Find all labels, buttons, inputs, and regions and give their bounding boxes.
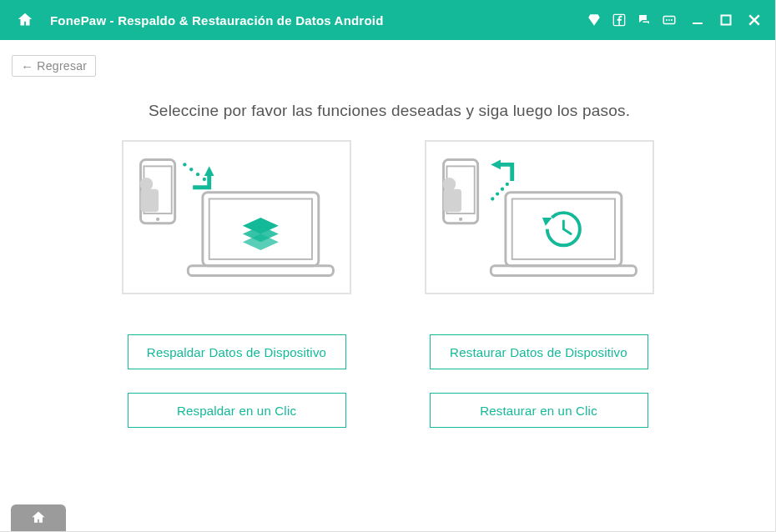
back-label: Regresar xyxy=(37,59,87,73)
svg-rect-5 xyxy=(693,23,703,24)
restore-device-button[interactable]: Restaurar Datos de Dispositivo xyxy=(430,334,648,369)
page-headline: Seleccine por favor las funciones desead… xyxy=(149,102,775,120)
footer-home-tab[interactable] xyxy=(11,504,66,531)
minimize-button[interactable] xyxy=(687,9,708,31)
arrow-left-icon: ← xyxy=(21,60,33,73)
backup-illustration xyxy=(123,142,350,293)
app-title: FonePaw - Respaldo & Restauración de Dat… xyxy=(50,13,384,28)
svg-rect-6 xyxy=(722,16,731,25)
svg-rect-18 xyxy=(188,266,333,276)
svg-rect-22 xyxy=(443,189,461,212)
diamond-icon[interactable] xyxy=(583,9,605,31)
svg-point-14 xyxy=(195,173,199,176)
svg-point-24 xyxy=(505,183,508,186)
backup-one-click-button[interactable]: Respaldar en un Clic xyxy=(128,393,346,428)
titlebar: FonePaw - Respaldo & Restauración de Dat… xyxy=(0,0,775,40)
svg-point-9 xyxy=(155,218,159,221)
svg-rect-30 xyxy=(491,266,636,276)
svg-point-15 xyxy=(202,178,205,181)
feature-cards xyxy=(0,140,775,294)
svg-point-12 xyxy=(183,163,186,166)
home-icon[interactable] xyxy=(10,11,40,29)
svg-point-4 xyxy=(671,19,673,21)
svg-point-13 xyxy=(189,168,193,171)
close-button[interactable] xyxy=(743,9,765,31)
svg-point-11 xyxy=(139,178,153,191)
home-icon xyxy=(30,509,47,526)
svg-point-2 xyxy=(666,19,668,21)
maximize-button[interactable] xyxy=(715,9,737,31)
svg-point-25 xyxy=(500,188,503,191)
svg-point-26 xyxy=(495,192,498,195)
restore-card xyxy=(425,140,654,294)
backup-card xyxy=(122,140,351,294)
svg-rect-10 xyxy=(140,189,159,212)
svg-point-3 xyxy=(668,19,670,21)
svg-point-23 xyxy=(442,178,456,191)
restore-one-click-button[interactable]: Restaurar en un Clic xyxy=(430,393,648,428)
svg-point-27 xyxy=(491,197,494,200)
svg-point-21 xyxy=(458,218,461,221)
facebook-icon[interactable] xyxy=(608,9,630,31)
more-icon[interactable] xyxy=(658,9,680,31)
action-buttons: Respaldar Datos de Dispositivo Respaldar… xyxy=(0,334,775,428)
backup-device-button[interactable]: Respaldar Datos de Dispositivo xyxy=(128,334,346,369)
chat-icon[interactable] xyxy=(633,9,655,31)
back-button[interactable]: ← Regresar xyxy=(12,55,96,77)
restore-illustration xyxy=(426,142,653,293)
